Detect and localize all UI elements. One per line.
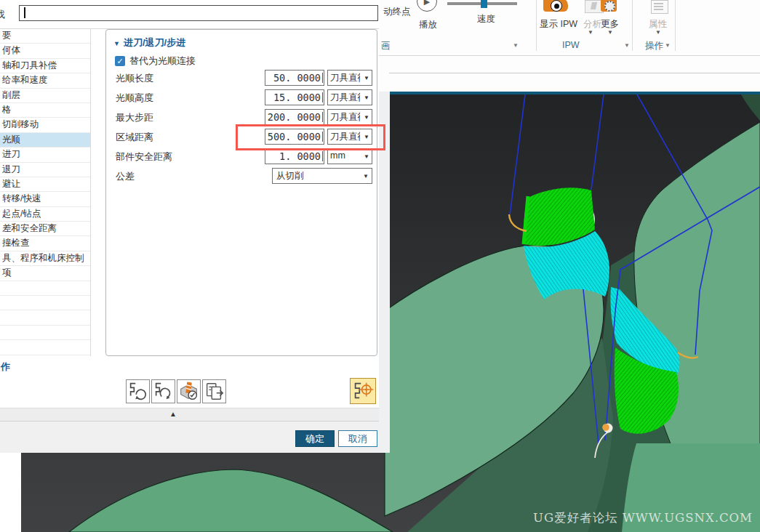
ribbon-border <box>379 55 760 56</box>
chevron-down-icon: ▼ <box>364 153 369 160</box>
properties-dropdown-arrow: ▼ <box>655 29 661 36</box>
region-distance-input[interactable]: 500. 0000 <box>265 129 324 145</box>
list-toolpath-button[interactable] <box>202 379 226 403</box>
collapse-triangle-icon: ▼ <box>113 40 120 47</box>
properties-icon <box>651 0 668 14</box>
nav-item-empty <box>0 326 90 340</box>
ipw-group-arrow[interactable]: ▼ <box>624 42 630 49</box>
smoothing-length-input[interactable]: 50. 0000 <box>265 70 324 86</box>
ipw-group-label: IPW <box>562 40 580 50</box>
nav-item-start-drill-points[interactable]: 起点/钻点 <box>0 207 90 222</box>
viewport-top-border <box>385 92 760 94</box>
nav-item-tool-axis[interactable]: 轴和刀具补偿 <box>0 59 90 73</box>
group-separator <box>536 0 537 51</box>
chevron-down-icon: ▼ <box>363 173 369 180</box>
actions-section-label: 作 <box>1 360 10 374</box>
ok-button[interactable]: 确定 <box>295 430 335 447</box>
ribbon-toolbar: 动终点 ▶ 播放 速度 显示 IPW 分析 ▼ 更多 ▼ 属性 ▼ 画 ▼ IP… <box>379 0 760 92</box>
nav-item-options[interactable]: 项 <box>0 266 90 281</box>
clipped-char <box>322 132 324 142</box>
nav-item-feeds-speeds[interactable]: 给率和速度 <box>0 73 90 88</box>
nx-operation-dialog: 找 要 何体 轴和刀具补偿 给率和速度 削层 格 切削移动 光顺 进刀 退刀 避… <box>0 0 379 453</box>
watermark: UG爱好者论坛 WWW.UGSNX.COM <box>533 510 753 526</box>
nav-item-empty <box>0 281 90 296</box>
field-label: 部件安全距离 <box>116 150 172 164</box>
cancel-button[interactable]: 取消 <box>338 430 377 447</box>
dialog-nav-list: 要 何体 轴和刀具补偿 给率和速度 削层 格 切削移动 光顺 进刀 退刀 避让 … <box>0 29 91 356</box>
group-separator <box>675 0 676 51</box>
nav-item-empty <box>0 296 90 310</box>
operation-group-label: 操作 <box>645 40 663 52</box>
eye-pupil <box>554 4 559 9</box>
clipped-char <box>322 112 324 122</box>
dialog-button-bar: 确定 取消 <box>0 422 379 453</box>
speed-label: 速度 <box>477 13 495 25</box>
toolpath-start-point-button[interactable] <box>350 378 376 404</box>
more-icon[interactable] <box>601 0 617 12</box>
section-header[interactable]: ▼进刀/退刀/步进 <box>113 36 185 49</box>
smoothing-height-unit-dropdown[interactable]: 刀具直径▼ <box>327 89 372 105</box>
collapse-arrow-icon[interactable]: ▲ <box>169 410 177 418</box>
nav-item-tool-program-machine[interactable]: 具、程序和机床控制 <box>0 251 90 266</box>
chevron-down-icon: ▼ <box>364 94 369 101</box>
nav-item-main[interactable]: 要 <box>0 29 90 44</box>
nav-item-pattern[interactable]: 格 <box>0 103 90 118</box>
speed-slider-handle[interactable] <box>481 0 487 8</box>
field-label: 光顺高度 <box>116 92 153 105</box>
max-step-unit-dropdown[interactable]: 刀具直径▼ <box>327 109 372 125</box>
chevron-down-icon: ▼ <box>364 114 369 121</box>
dialog-collapse-strip[interactable]: ▲ <box>0 408 379 422</box>
clipped-char <box>322 73 324 83</box>
nav-item-smoothing-selected[interactable]: 光顺 <box>0 133 90 148</box>
analyze-dropdown-arrow: ▼ <box>588 29 593 36</box>
nav-item-cut-levels[interactable]: 削层 <box>0 89 90 103</box>
clipped-char <box>322 151 324 161</box>
search-row: 找 <box>0 0 379 29</box>
nav-item-collision-check[interactable]: 撞检查 <box>0 236 90 251</box>
search-input[interactable] <box>19 5 378 21</box>
checkbox-label: 替代为光顺连接 <box>129 55 196 68</box>
nav-item-engage[interactable]: 进刀 <box>0 148 90 162</box>
text-caret <box>24 7 25 18</box>
nav-item-non-cutting-moves[interactable]: 切削移动 <box>0 118 90 132</box>
operation-group-arrow[interactable]: ▼ <box>665 42 671 49</box>
field-label: 最大步距 <box>116 111 153 124</box>
region-distance-unit-dropdown[interactable]: 刀具直径▼ <box>327 129 372 145</box>
play-icon[interactable]: ▶ <box>417 0 437 12</box>
show-ipw-button[interactable]: 显示 IPW <box>540 18 577 31</box>
search-label-fragment: 找 <box>0 8 5 21</box>
field-label: 公差 <box>116 170 135 183</box>
field-label: 区域距离 <box>116 131 153 144</box>
field-label: 光顺长度 <box>116 72 153 85</box>
move-endpoint-label[interactable]: 动终点 <box>383 6 411 18</box>
nav-item-empty <box>0 310 90 325</box>
show-ipw-icon[interactable] <box>543 0 568 12</box>
smoothing-length-unit-dropdown[interactable]: 刀具直径▼ <box>327 70 372 86</box>
tolerance-dropdown[interactable]: 从切削▼ <box>272 168 372 184</box>
animation-group-arrow[interactable]: ▼ <box>513 42 519 49</box>
clipped-char <box>322 92 324 102</box>
engage-retract-stepover-group: ▼进刀/退刀/步进 ✓ 替代为光顺连接 光顺长度 50. 0000 刀具直径▼ … <box>105 29 377 356</box>
window-border <box>389 73 760 73</box>
group-separator <box>632 0 633 51</box>
play-button[interactable]: 播放 <box>419 19 437 31</box>
animation-group-label: 画 <box>381 40 391 52</box>
generate-toolpath-button[interactable] <box>126 379 150 403</box>
part-safe-clearance-input[interactable]: 1. 0000 <box>265 148 324 164</box>
nav-item-geometry[interactable]: 何体 <box>0 44 90 58</box>
nav-item-retract[interactable]: 退刀 <box>0 163 90 177</box>
max-step-input[interactable]: 200. 0000 <box>265 109 324 125</box>
chevron-down-icon: ▼ <box>364 75 369 81</box>
replay-toolpath-button[interactable] <box>151 379 175 403</box>
nav-item-empty <box>0 340 90 355</box>
nav-item-tolerance-clearance[interactable]: 差和安全距离 <box>0 222 90 236</box>
smoothing-height-input[interactable]: 15. 0000 <box>265 89 324 105</box>
more-dropdown-arrow[interactable]: ▼ <box>607 29 613 36</box>
nav-item-avoidance[interactable]: 避让 <box>0 177 90 192</box>
checkbox-checked[interactable]: ✓ <box>115 56 125 66</box>
panel-margin <box>0 453 21 532</box>
part-safe-clearance-unit-dropdown[interactable]: mm▼ <box>327 148 372 164</box>
verify-toolpath-button[interactable] <box>177 379 201 403</box>
start-point-marker-core <box>602 424 609 431</box>
nav-item-transfer-rapid[interactable]: 转移/快速 <box>0 192 90 206</box>
